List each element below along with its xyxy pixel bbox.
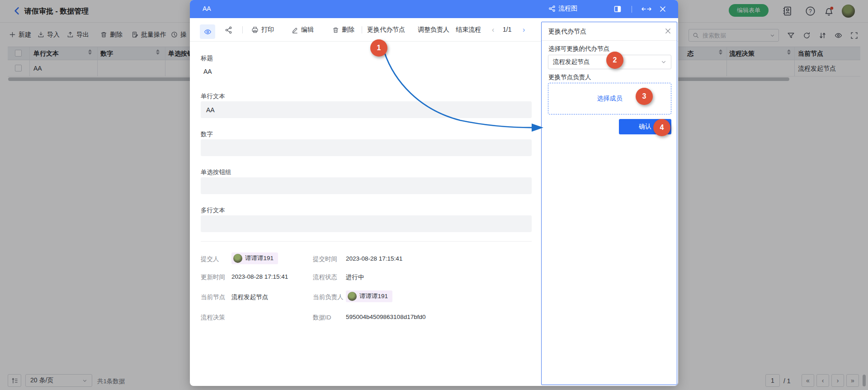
detail-value-status: 进行中 [346,273,364,281]
detail-label-decision: 流程决策 [201,314,225,322]
annotation-badge-2: 2 [606,52,623,69]
field-value-title: AA [203,68,212,75]
view-mode-button[interactable] [200,24,215,39]
record-next-icon[interactable]: › [523,26,525,34]
toggle-panel-icon[interactable] [613,5,622,13]
detail-value-submit-time: 2023-08-28 17:15:41 [346,255,402,262]
modal-title: AA [203,5,211,12]
detail-label-update-time: 更新时间 [201,273,225,281]
record-prev-icon[interactable]: ‹ [492,26,494,34]
pencil-icon [292,27,298,33]
adjust-owner-button[interactable]: 调整负责人 [418,26,449,34]
member-avatar [233,254,242,263]
field-label-number: 数字 [201,130,213,138]
field-label-radio: 单选按钮组 [201,168,231,176]
annotation-badge-4: 4 [653,119,670,136]
node-owner-label: 更换节点负责人 [548,73,591,81]
field-label-multiline: 多行文本 [201,206,225,214]
record-pager: 1/1 [503,26,511,33]
detail-value-update-time: 2023-08-28 17:15:41 [231,273,288,280]
expand-modal-icon[interactable] [641,5,652,13]
annotation-badge-1: 1 [370,39,387,57]
detail-label-submit-time: 提交时间 [313,255,337,263]
section-divider [201,241,532,242]
annotation-badge-3: 3 [636,88,653,105]
field-label-text: 单行文本 [201,92,225,100]
end-flow-button[interactable]: 结束流程 [456,26,481,34]
close-modal-icon[interactable] [659,5,666,13]
detail-label-status: 流程状态 [313,273,337,281]
detail-value-data-id: 595004b4509863108d17bfd0 [346,314,425,320]
detail-label-submitter: 提交人 [201,255,219,263]
field-label-title: 标题 [201,54,213,62]
print-button[interactable]: 打印 [251,26,274,34]
field-input-text[interactable]: AA [201,101,532,118]
field-input-radio[interactable] [201,177,532,194]
chevron-down-icon [661,59,666,65]
panel-divider [542,40,677,41]
field-input-number[interactable] [201,139,532,156]
app-root: 请假审批 - 数据管理 编辑表单 ? 新建 导入 导出 删除 批量操作 [0,0,868,390]
change-node-button[interactable]: 更换代办节点 [367,26,405,34]
toolbar-divider [242,26,243,33]
printer-icon [251,26,259,33]
change-node-panel: 更换代办节点 选择可更换的代办节点 流程发起节点 更换节点负责人 选择成员 确认 [541,22,677,385]
node-select-label: 选择可更换的代办节点 [548,45,609,53]
member-avatar [348,292,357,301]
delete-record-button[interactable]: 删除 [332,26,354,34]
edit-button[interactable]: 编辑 [292,26,314,34]
detail-value-node: 流程发起节点 [231,293,268,301]
close-panel-icon[interactable] [665,28,671,34]
detail-label-data-id: 数据ID [313,314,331,322]
submitter-tag: 谭谭谭191 [231,252,278,264]
share-icon[interactable] [225,26,232,34]
flowchart-icon [548,5,556,12]
toolbar-divider [362,26,362,33]
flowchart-button[interactable]: 流程图 [548,5,577,13]
panel-title: 更换代办节点 [548,28,586,36]
choose-member-link[interactable]: 选择成员 [597,95,623,103]
owner-tag: 谭谭谭191 [346,290,392,302]
field-input-multiline[interactable] [201,215,532,232]
detail-label-owner: 当前负责人 [313,293,344,301]
member-picker-box[interactable]: 选择成员 [548,83,671,114]
trash-icon [332,27,339,33]
detail-label-node: 当前节点 [201,293,225,301]
modal-titlebar: AA 流程图 [190,0,678,18]
titlebar-divider [632,6,632,13]
